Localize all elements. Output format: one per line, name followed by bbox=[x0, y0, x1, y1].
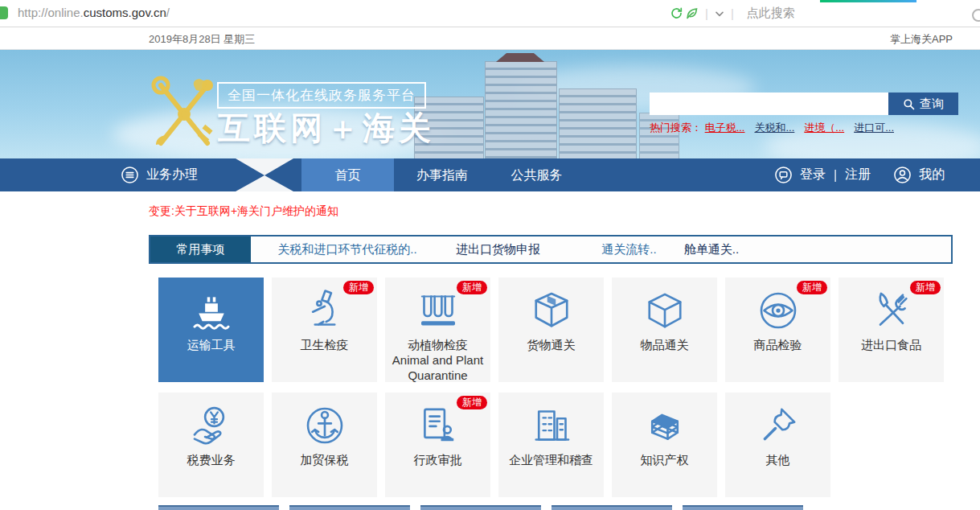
nav-item-public-service[interactable]: 公共服务 bbox=[490, 158, 583, 191]
service-tile-label: 企业管理和稽查 bbox=[506, 453, 596, 468]
hot-search-term[interactable]: 进口可... bbox=[854, 121, 894, 134]
microscope-icon bbox=[302, 288, 347, 333]
magnifier-icon bbox=[903, 98, 915, 110]
building-image bbox=[639, 113, 679, 158]
browser-search-placeholder[interactable]: 点此搜索 bbox=[747, 6, 795, 21]
nav-item-home[interactable]: 首页 bbox=[301, 158, 394, 191]
new-badge: 新增 bbox=[910, 281, 941, 294]
lower-card-top bbox=[289, 505, 410, 510]
toolbar-divider: | bbox=[705, 6, 708, 20]
page: http://online.customs.gov.cn/ | | 点此搜索 2… bbox=[0, 0, 980, 510]
lower-card-top bbox=[420, 505, 541, 510]
my-account-link[interactable]: 我的 bbox=[919, 167, 945, 183]
service-tile[interactable]: 运输工具 bbox=[158, 278, 264, 382]
service-tile-label: 卫生检疫 bbox=[298, 338, 351, 353]
service-tile-label: 其他 bbox=[764, 453, 793, 468]
nav-business-label: 业务办理 bbox=[146, 167, 198, 183]
notice-link[interactable]: 变更:关于互联网+海关门户维护的通知 bbox=[149, 204, 338, 219]
login-link[interactable]: 登录 bbox=[800, 167, 826, 183]
service-tile[interactable]: 商品检验新增 bbox=[725, 278, 830, 382]
tab-category-3[interactable]: 通关流转.. bbox=[599, 236, 659, 262]
anchor-icon bbox=[302, 403, 347, 448]
service-tile[interactable]: 其他 bbox=[725, 393, 830, 497]
site-search-button[interactable]: 查询 bbox=[888, 93, 958, 115]
service-tile[interactable]: 货物通关 bbox=[498, 278, 604, 382]
site-title: 互联网＋海关 bbox=[218, 106, 435, 150]
ship-icon bbox=[189, 288, 234, 333]
nav-arrow-decoration bbox=[236, 158, 293, 191]
service-tile[interactable]: 卫生检疫新增 bbox=[272, 278, 377, 382]
books-icon bbox=[642, 403, 687, 448]
chevron-down-icon[interactable] bbox=[713, 7, 726, 20]
toolbar-divider: | bbox=[731, 6, 734, 20]
service-tile[interactable]: 税费业务 bbox=[158, 393, 264, 497]
leaf-icon[interactable] bbox=[685, 6, 699, 20]
service-tile[interactable]: 动植物检疫 Animal and Plant Quarantine新增 bbox=[385, 278, 490, 382]
hand-coin-icon bbox=[189, 403, 234, 448]
hot-search-terms: 电子税...关税和...进境（...进口可... bbox=[705, 121, 904, 134]
service-tile-label: 税费业务 bbox=[185, 453, 238, 468]
new-badge: 新增 bbox=[797, 281, 827, 294]
hot-search-line: 热门搜索： 电子税...关税和...进境（...进口可... bbox=[650, 121, 904, 135]
message-icon bbox=[774, 166, 793, 184]
customs-logo-icon bbox=[150, 72, 219, 153]
eye-icon bbox=[756, 288, 801, 333]
url-host: customs.gov.cn bbox=[84, 6, 166, 19]
pushpin-icon bbox=[756, 403, 801, 448]
site-favicon bbox=[0, 6, 8, 19]
service-tile[interactable]: 物品通关 bbox=[612, 278, 717, 382]
search-button-label: 查询 bbox=[920, 97, 944, 112]
service-tile-label: 货物通关 bbox=[525, 338, 578, 353]
browser-extension-icon[interactable] bbox=[972, 9, 980, 22]
nav-item-guide[interactable]: 办事指南 bbox=[394, 158, 490, 191]
document-stamp-icon bbox=[416, 403, 461, 448]
new-badge: 新增 bbox=[343, 281, 374, 294]
hot-search-term[interactable]: 关税和... bbox=[754, 121, 794, 134]
mobile-app-link[interactable]: 掌上海关APP bbox=[890, 32, 953, 47]
service-tile[interactable]: 加贸保税 bbox=[272, 393, 377, 497]
cube-icon bbox=[642, 288, 687, 333]
service-tile[interactable]: 企业管理和稽查 bbox=[498, 393, 604, 497]
new-badge: 新增 bbox=[457, 281, 487, 294]
tab-category-4[interactable]: 舱单通关.. bbox=[679, 236, 744, 262]
menu-icon bbox=[121, 166, 139, 184]
current-date: 2019年8月28日 星期三 bbox=[149, 32, 255, 47]
new-badge: 新增 bbox=[457, 396, 487, 409]
main-nav: 业务办理 首页 办事指南 公共服务 登录 | 注册 我的 bbox=[0, 158, 980, 191]
tab-category-2[interactable]: 进出口货物申报 bbox=[436, 236, 560, 262]
cutlery-icon bbox=[869, 288, 914, 333]
service-tile-label: 加贸保税 bbox=[298, 453, 351, 468]
register-link[interactable]: 注册 bbox=[845, 167, 871, 183]
service-tile[interactable]: 行政审批新增 bbox=[385, 393, 490, 497]
tab-category-1[interactable]: 关税和进口环节代征税的.. bbox=[259, 236, 436, 262]
service-tile[interactable]: 知识产权 bbox=[612, 393, 717, 497]
lower-card-top bbox=[683, 505, 803, 510]
login-register-divider: | bbox=[834, 168, 837, 183]
lower-card-top bbox=[552, 505, 672, 510]
lower-card-top bbox=[158, 505, 279, 510]
service-tile-label: 物品通关 bbox=[638, 338, 691, 353]
tab-loading-strip bbox=[820, 0, 916, 2]
browser-toolbar-right: | | 点此搜索 bbox=[670, 0, 795, 27]
service-tile-label: 知识产权 bbox=[638, 453, 691, 468]
hot-search-label: 热门搜索： bbox=[650, 121, 702, 134]
nav-business-menu[interactable]: 业务办理 bbox=[121, 158, 198, 191]
nav-account-area: 登录 | 注册 我的 bbox=[774, 158, 945, 191]
service-tile-label: 进出口食品 bbox=[859, 338, 924, 353]
service-tile-label: 商品检验 bbox=[752, 338, 805, 353]
service-tile-label: 运输工具 bbox=[185, 338, 238, 353]
category-tabs: 常用事项关税和进口环节代征税的..进出口货物申报通关流转..舱单通关.. bbox=[149, 235, 953, 264]
service-tile-label: 动植物检疫 Animal and Plant Quarantine bbox=[385, 338, 490, 383]
site-search-input[interactable] bbox=[650, 93, 890, 115]
lower-cards-row bbox=[158, 505, 803, 510]
buildings-icon bbox=[529, 403, 574, 448]
service-tile[interactable]: 进出口食品新增 bbox=[839, 278, 944, 382]
tab-common-items[interactable]: 常用事项 bbox=[150, 236, 251, 262]
date-bar: 2019年8月28日 星期三 掌上海关APP bbox=[0, 27, 980, 50]
service-tile-label: 行政审批 bbox=[412, 453, 465, 468]
hot-search-term[interactable]: 电子税... bbox=[705, 121, 745, 134]
hot-search-term[interactable]: 进境（... bbox=[804, 121, 844, 134]
building-image bbox=[559, 88, 637, 158]
refresh-icon[interactable] bbox=[670, 6, 683, 20]
url-text[interactable]: http://online.customs.gov.cn/ bbox=[18, 6, 170, 19]
